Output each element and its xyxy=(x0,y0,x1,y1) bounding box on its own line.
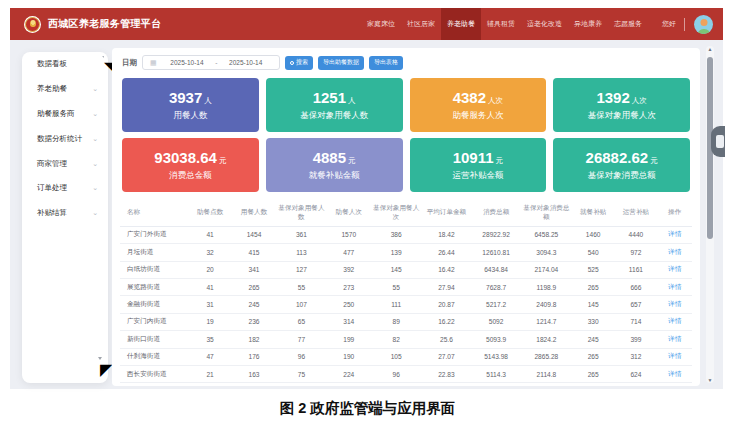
table-cell: 4440 xyxy=(615,226,658,243)
stat-value: 93038.64 xyxy=(154,149,217,166)
table-cell: 182 xyxy=(232,331,276,348)
table-cell: 5217.2 xyxy=(471,296,521,313)
sidebar-item[interactable]: 助餐服务商⌄ xyxy=(22,102,108,127)
table-column-header: 助餐人次 xyxy=(327,200,371,226)
nav-item[interactable]: 适老化改造 xyxy=(521,8,568,40)
sidebar-item-label: 数据看板 xyxy=(37,59,67,69)
date-range-input[interactable]: ▦ 2025-10-14 - 2025-10-14 xyxy=(142,55,280,70)
table-cell: 广安门外街道 xyxy=(120,226,188,243)
stat-value: 3937 xyxy=(169,89,202,106)
table-cell: 20 xyxy=(188,261,232,278)
table-column-header: 名称 xyxy=(120,200,188,226)
sidebar-scroll-up-icon[interactable]: ◥ xyxy=(102,56,104,58)
stat-value: 1392 xyxy=(596,89,629,106)
sidebar-item[interactable]: 数据看板 xyxy=(22,52,108,77)
sidebar-item[interactable]: 补贴结算⌄ xyxy=(22,201,108,226)
table-cell: 41 xyxy=(188,226,232,243)
stat-unit: 人次 xyxy=(488,96,503,105)
stat-value: 26882.62 xyxy=(586,149,649,166)
detail-link[interactable]: 详情 xyxy=(657,296,692,313)
table-cell: 55 xyxy=(371,278,422,295)
nav-item[interactable]: 志愿服务 xyxy=(608,8,648,40)
table-cell: 65 xyxy=(276,313,327,330)
nav-item[interactable]: 异地康养 xyxy=(568,8,608,40)
page-scrollbar[interactable]: ▲ ▼ xyxy=(706,46,714,383)
table-cell: 2865.28 xyxy=(521,348,572,365)
stat-unit: 人次 xyxy=(632,96,647,105)
emblem-logo-icon xyxy=(24,16,41,33)
side-widget-tab[interactable] xyxy=(711,126,725,157)
detail-link[interactable]: 详情 xyxy=(657,365,692,382)
table-cell: 27.94 xyxy=(422,278,472,295)
detail-link[interactable]: 详情 xyxy=(657,261,692,278)
scrollbar-up-icon[interactable]: ▲ xyxy=(706,46,714,52)
nav-item[interactable]: 社区居家 xyxy=(401,8,441,40)
table-cell: 31 xyxy=(188,296,232,313)
table-cell: 1824.2 xyxy=(521,331,572,348)
table-cell: 41 xyxy=(188,278,232,295)
date-end-value[interactable]: 2025-10-14 xyxy=(219,59,272,66)
detail-link[interactable]: 详情 xyxy=(657,313,692,330)
stat-value: 4885 xyxy=(313,149,346,166)
table-body: 广安门外街道411454361157038618.4228922.926458.… xyxy=(120,226,692,383)
table-cell: 972 xyxy=(615,244,658,261)
avatar-body-icon xyxy=(697,29,710,34)
nav-item[interactable]: 养老助餐 xyxy=(441,8,481,40)
table-column-header: 消费总额 xyxy=(471,200,521,226)
table-cell: 26.44 xyxy=(422,244,472,261)
chevron-down-icon: ⌄ xyxy=(92,209,98,217)
table-cell: 6434.84 xyxy=(471,261,521,278)
export-table-button[interactable]: 导出表格 xyxy=(369,56,403,70)
nav-item[interactable]: 辅具租赁 xyxy=(481,8,521,40)
scrollbar-down-icon[interactable]: ▼ xyxy=(706,377,714,383)
search-button[interactable]: 搜索 xyxy=(285,56,313,70)
table-cell: 6458.25 xyxy=(521,226,572,243)
detail-link[interactable]: 详情 xyxy=(657,278,692,295)
export-meal-data-button[interactable]: 导出助餐数据 xyxy=(318,56,364,70)
table-cell: 77 xyxy=(276,331,327,348)
table-cell: 2174.04 xyxy=(521,261,572,278)
stat-card: 3937人用餐人数 xyxy=(122,78,259,132)
table-cell: 265 xyxy=(572,278,615,295)
table-column-header: 助餐点数 xyxy=(188,200,232,226)
table-cell: 657 xyxy=(615,296,658,313)
detail-link[interactable]: 详情 xyxy=(657,226,692,243)
stat-value-line: 93038.64元 xyxy=(154,149,226,167)
stat-cards: 3937人用餐人数1251人基保对象用餐人数4382人次助餐服务人次1392人次… xyxy=(122,78,690,192)
sidebar-item[interactable]: 商家管理⌄ xyxy=(22,151,108,176)
table-cell: 82 xyxy=(371,331,422,348)
stat-card: 4885元就餐补贴金额 xyxy=(266,138,403,192)
date-start-value[interactable]: 2025-10-14 xyxy=(161,59,214,66)
app-body: ◥ ◤ 数据看板养老助餐⌄助餐服务商⌄数据分析统计⌄商家管理⌄订单处理⌄补贴结算… xyxy=(10,40,723,389)
chevron-down-icon: ⌄ xyxy=(92,85,98,93)
sidebar-item[interactable]: 订单处理⌄ xyxy=(22,176,108,201)
stat-value-line: 4885元 xyxy=(313,149,356,167)
sidebar-item-label: 商家管理 xyxy=(37,159,67,169)
stat-value-line: 4382人次 xyxy=(453,89,503,107)
table-cell: 265 xyxy=(232,278,276,295)
stat-unit: 元 xyxy=(496,156,504,165)
table-cell: 361 xyxy=(276,226,327,243)
sidebar-item[interactable]: 数据分析统计⌄ xyxy=(22,126,108,151)
table-column-header: 用餐人数 xyxy=(232,200,276,226)
table-cell: 什刹海街道 xyxy=(120,348,188,365)
table-cell: 1161 xyxy=(615,261,658,278)
main-panel: 日期 ▦ 2025-10-14 - 2025-10-14 搜索 导出助餐数据 导… xyxy=(112,48,700,386)
user-avatar[interactable] xyxy=(694,15,713,34)
nav-item[interactable]: 家庭床位 xyxy=(361,8,401,40)
sidebar-scroll-down-icon[interactable]: ◤ xyxy=(98,357,102,360)
table-column-header: 基保对象消费总额 xyxy=(521,200,572,226)
table-cell: 21 xyxy=(188,365,232,382)
table-cell: 89 xyxy=(371,313,422,330)
stat-unit: 人 xyxy=(204,96,212,105)
table-column-header: 就餐补贴 xyxy=(572,200,615,226)
detail-link[interactable]: 详情 xyxy=(657,331,692,348)
detail-link[interactable]: 详情 xyxy=(657,348,692,365)
table-cell: 1454 xyxy=(232,226,276,243)
table-cell: 105 xyxy=(371,348,422,365)
detail-link[interactable]: 详情 xyxy=(657,244,692,261)
table-cell: 5114.3 xyxy=(471,365,521,382)
search-icon xyxy=(290,61,294,65)
chevron-down-icon: ⌄ xyxy=(92,110,98,118)
sidebar-item[interactable]: 养老助餐⌄ xyxy=(22,77,108,102)
